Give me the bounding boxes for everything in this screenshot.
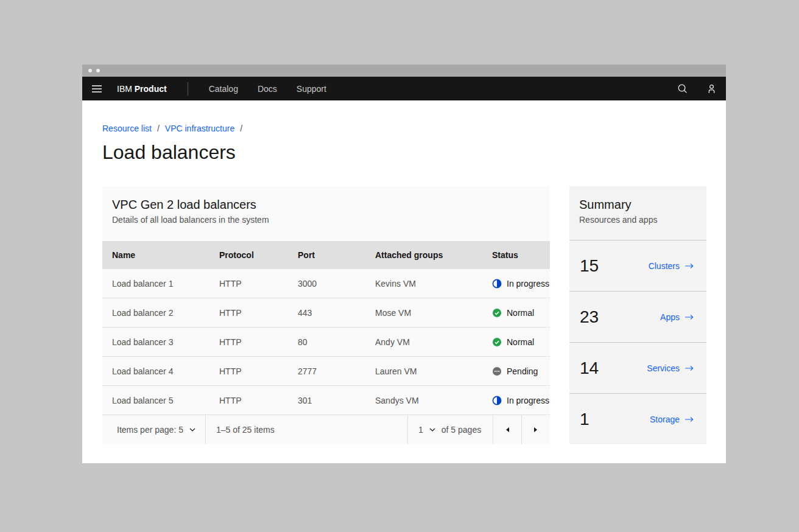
- user-profile-button[interactable]: [697, 77, 726, 100]
- services-count: 14: [580, 359, 599, 378]
- window-titlebar: [82, 65, 726, 77]
- apps-count: 23: [580, 307, 599, 327]
- column-header-port: Port: [288, 250, 365, 260]
- page-content: Resource list / VPC infrastructure / Loa…: [82, 100, 726, 463]
- in-progress-icon: [492, 279, 502, 289]
- arrow-right-icon: [685, 416, 694, 422]
- cell-protocol: HTTP: [209, 308, 288, 318]
- cell-name: Load balancer 2: [102, 308, 209, 318]
- page-title: Load balancers: [102, 139, 706, 165]
- cell-port: 80: [288, 337, 365, 347]
- arrow-right-icon: [685, 263, 694, 269]
- page-number-select[interactable]: 1: [418, 425, 435, 435]
- table-header-row: Name Protocol Port Attached groups Statu…: [102, 241, 550, 269]
- brand-home-link[interactable]: IBM Product: [117, 84, 167, 94]
- pages-total-label: of 5 pages: [442, 425, 481, 435]
- breadcrumb-vpc-infrastructure[interactable]: VPC infrastructure: [165, 124, 234, 133]
- table-row: Load balancer 2 HTTP 443 Mose VM Normal: [102, 298, 550, 327]
- table-row: Load balancer 1 HTTP 3000 Kevins VM In p…: [102, 269, 550, 298]
- cell-port: 2777: [288, 366, 365, 376]
- in-progress-icon: [492, 396, 502, 405]
- items-per-page-label: Items per page: 5: [117, 425, 183, 435]
- hamburger-menu-button[interactable]: [82, 77, 111, 100]
- column-header-status: Status: [482, 250, 550, 260]
- status-label: Normal: [507, 337, 534, 347]
- breadcrumb-separator: /: [240, 124, 242, 133]
- cell-status: In progress: [482, 279, 550, 289]
- clusters-count: 15: [580, 256, 599, 276]
- header-divider: [188, 82, 188, 96]
- arrow-right-icon: [685, 365, 694, 371]
- window-control-dot: [88, 69, 92, 72]
- browser-window: IBM Product Catalog Docs Support Resourc…: [82, 65, 726, 463]
- status-label: Pending: [507, 366, 538, 376]
- status-label: In progress: [507, 396, 549, 405]
- apps-link[interactable]: Apps: [660, 312, 694, 322]
- cell-status: In progress: [482, 396, 550, 405]
- cell-protocol: HTTP: [209, 366, 288, 376]
- items-per-page-select[interactable]: Items per page: 5: [102, 415, 206, 444]
- cell-attached-groups: Lauren VM: [365, 366, 482, 376]
- summary-header: Summary Resources and apps: [569, 186, 706, 240]
- status-label: Normal: [507, 308, 534, 318]
- pagination-bar: Items per page: 5 1–5 of 25 items 1: [102, 415, 550, 444]
- breadcrumb-resource-list[interactable]: Resource list: [102, 124, 152, 133]
- table-card-header: VPC Gen 2 load balancers Details of all …: [102, 186, 550, 241]
- window-control-dot: [96, 69, 100, 72]
- storage-count: 1: [580, 410, 590, 429]
- cell-name: Load balancer 1: [102, 279, 209, 289]
- pending-icon: [492, 366, 502, 376]
- search-icon: [677, 83, 688, 94]
- search-button[interactable]: [667, 77, 697, 100]
- cell-name: Load balancer 3: [102, 337, 209, 347]
- cell-protocol: HTTP: [209, 337, 288, 347]
- checkmark-filled-icon: [492, 337, 502, 347]
- cell-port: 3000: [288, 279, 365, 289]
- cell-attached-groups: Mose VM: [365, 308, 482, 318]
- caret-right-icon: [533, 427, 538, 433]
- status-label: In progress: [507, 279, 549, 289]
- services-link[interactable]: Services: [647, 363, 694, 373]
- header-nav: Catalog Docs Support: [209, 84, 326, 94]
- summary-item-apps: 23 Apps: [569, 291, 706, 342]
- cell-name: Load balancer 4: [102, 366, 209, 376]
- pagination-range-text: 1–5 of 25 items: [206, 415, 407, 444]
- column-header-protocol: Protocol: [209, 250, 288, 260]
- nav-item-docs[interactable]: Docs: [258, 84, 277, 94]
- breadcrumb-separator: /: [157, 124, 160, 133]
- column-header-attached-groups: Attached groups: [365, 250, 482, 260]
- table-row: Load balancer 5 HTTP 301 Sandys VM In pr…: [102, 386, 550, 415]
- nav-item-catalog[interactable]: Catalog: [209, 84, 238, 94]
- table-title: VPC Gen 2 load balancers: [112, 197, 540, 212]
- load-balancers-table: VPC Gen 2 load balancers Details of all …: [102, 186, 550, 444]
- brand-suffix: Product: [135, 84, 167, 94]
- arrow-right-icon: [685, 314, 694, 320]
- user-icon: [706, 83, 717, 94]
- summary-title: Summary: [579, 197, 697, 212]
- cell-port: 443: [288, 308, 365, 318]
- app-header: IBM Product Catalog Docs Support: [82, 77, 726, 100]
- summary-subtitle: Resources and apps: [579, 215, 697, 225]
- nav-item-support[interactable]: Support: [297, 84, 326, 94]
- clusters-link[interactable]: Clusters: [649, 261, 694, 271]
- hamburger-icon: [92, 85, 102, 93]
- cell-attached-groups: Andy VM: [365, 337, 482, 347]
- table-row: Load balancer 4 HTTP 2777 Lauren VM: [102, 357, 550, 386]
- checkmark-filled-icon: [492, 308, 502, 318]
- summary-item-clusters: 15 Clusters: [569, 240, 706, 291]
- cell-name: Load balancer 5: [102, 396, 209, 405]
- chevron-down-icon: [429, 428, 435, 432]
- pagination-page-section: 1 of 5 pages: [407, 415, 493, 444]
- cell-port: 301: [288, 396, 365, 405]
- table-row: Load balancer 3 HTTP 80 Andy VM Normal: [102, 327, 550, 357]
- cell-status: Normal: [482, 308, 550, 318]
- chevron-down-icon: [189, 428, 195, 432]
- page-number-value: 1: [418, 425, 423, 435]
- cell-status: Pending: [482, 366, 550, 376]
- cell-protocol: HTTP: [209, 279, 288, 289]
- previous-page-button[interactable]: [493, 415, 521, 444]
- storage-link[interactable]: Storage: [650, 415, 694, 424]
- next-page-button[interactable]: [521, 415, 550, 444]
- cell-attached-groups: Kevins VM: [365, 279, 482, 289]
- breadcrumb: Resource list / VPC infrastructure /: [102, 100, 706, 133]
